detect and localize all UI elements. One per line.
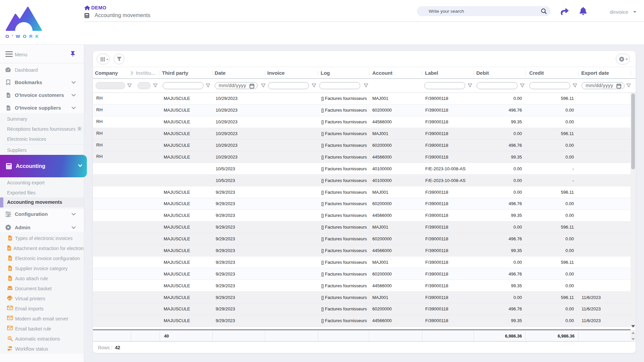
svg-text:O'WORK: O'WORK <box>5 34 41 39</box>
